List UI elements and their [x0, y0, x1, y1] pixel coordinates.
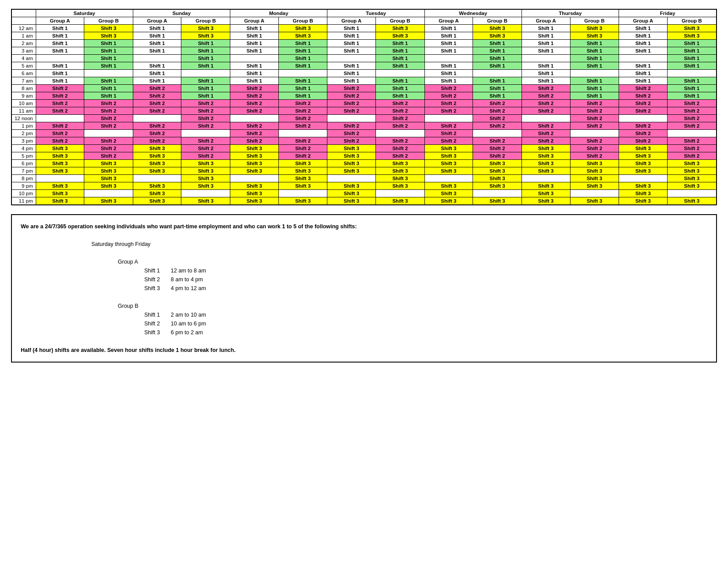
schedule-cell — [667, 130, 717, 137]
schedule-cell — [84, 130, 133, 137]
main-container: Saturday Sunday Monday Tuesday Wednesday… — [11, 9, 717, 363]
schedule-cell — [84, 70, 133, 77]
schedule-cell: Shift 3 — [278, 175, 327, 182]
schedule-cell: Shift 1 — [36, 47, 84, 55]
schedule-cell: Shift 1 — [133, 70, 181, 77]
time-label: 5 am — [11, 62, 36, 70]
schedule-cell: Shift 1 — [570, 47, 619, 55]
schedule-cell: Shift 3 — [376, 175, 425, 182]
schedule-cell: Shift 1 — [522, 40, 570, 47]
info-line1: We are a 24/7/365 operation seeking indi… — [21, 222, 707, 231]
schedule-cell: Shift 1 — [619, 70, 668, 77]
schedule-cell: Shift 1 — [181, 40, 230, 47]
schedule-cell: Shift 3 — [424, 182, 473, 190]
shift-label: Shift 3 — [144, 328, 171, 337]
schedule-cell: Shift 3 — [84, 182, 133, 190]
schedule-cell: Shift 1 — [667, 47, 717, 55]
schedule-cell: Shift 2 — [376, 100, 425, 107]
schedule-cell: Shift 2 — [327, 92, 376, 100]
time-label: 7 pm — [11, 167, 36, 175]
schedule-cell: Shift 2 — [619, 107, 668, 115]
schedule-cell: Shift 3 — [181, 182, 230, 190]
schedule-cell: Shift 3 — [133, 190, 181, 197]
schedule-cell — [424, 175, 473, 182]
schedule-cell: Shift 3 — [424, 197, 473, 205]
schedule-cell: Shift 1 — [570, 77, 619, 85]
schedule-cell: Shift 1 — [376, 92, 425, 100]
schedule-cell: Shift 3 — [181, 32, 230, 40]
schedule-cell: Shift 2 — [181, 145, 230, 152]
schedule-cell: Shift 2 — [133, 107, 181, 115]
mon-groupa: Group A — [230, 17, 279, 25]
schedule-cell: Shift 3 — [36, 167, 84, 175]
schedule-cell: Shift 1 — [36, 32, 84, 40]
schedule-cell — [667, 190, 717, 197]
schedule-cell: Shift 3 — [133, 167, 181, 175]
schedule-cell: Shift 1 — [181, 92, 230, 100]
schedule-cell — [36, 55, 84, 62]
schedule-cell: Shift 3 — [181, 197, 230, 205]
schedule-cell: Shift 1 — [230, 47, 279, 55]
schedule-cell: Shift 1 — [133, 25, 181, 32]
time-label: 2 pm — [11, 130, 36, 137]
schedule-cell: Shift 1 — [327, 47, 376, 55]
schedule-cell: Shift 2 — [376, 107, 425, 115]
schedule-cell: Shift 2 — [230, 137, 279, 145]
schedule-cell: Shift 2 — [84, 115, 133, 122]
schedule-cell: Shift 3 — [327, 152, 376, 160]
schedule-cell: Shift 1 — [278, 77, 327, 85]
info-footer: Half (4 hour) shifts are available. Seve… — [21, 346, 707, 355]
shift-time: 4 pm to 12 am — [171, 284, 206, 293]
schedule-cell: Shift 1 — [473, 55, 522, 62]
schedule-cell: Shift 3 — [424, 160, 473, 167]
schedule-cell — [522, 55, 570, 62]
schedule-cell: Shift 2 — [230, 92, 279, 100]
schedule-cell: Shift 1 — [133, 62, 181, 70]
schedule-cell: Shift 1 — [522, 70, 570, 77]
thu-groupa: Group A — [522, 17, 570, 25]
schedule-cell: Shift 3 — [181, 160, 230, 167]
schedule-cell — [278, 190, 327, 197]
tue-groupb: Group B — [376, 17, 425, 25]
schedule-cell: Shift 2 — [619, 130, 668, 137]
schedule-cell: Shift 2 — [522, 122, 570, 130]
schedule-cell: Shift 3 — [570, 167, 619, 175]
schedule-cell: Shift 1 — [522, 25, 570, 32]
shift-label: Shift 1 — [144, 266, 171, 275]
schedule-cell: Shift 1 — [36, 70, 84, 77]
schedule-cell: Shift 3 — [522, 152, 570, 160]
fri-groupa: Group A — [619, 17, 668, 25]
schedule-cell: Shift 3 — [570, 32, 619, 40]
schedule-cell: Shift 2 — [570, 115, 619, 122]
time-label: 12 noon — [11, 115, 36, 122]
schedule-cell: Shift 1 — [619, 25, 668, 32]
schedule-cell: Shift 3 — [84, 175, 133, 182]
schedule-cell — [181, 190, 230, 197]
schedule-cell: Shift 2 — [473, 122, 522, 130]
schedule-cell: Shift 1 — [230, 25, 279, 32]
schedule-cell: Shift 1 — [667, 77, 717, 85]
schedule-cell: Shift 3 — [473, 197, 522, 205]
schedule-cell: Shift 2 — [278, 145, 327, 152]
schedule-cell: Shift 3 — [619, 160, 668, 167]
schedule-cell: Shift 3 — [36, 160, 84, 167]
time-label: 4 pm — [11, 145, 36, 152]
schedule-cell: Shift 1 — [473, 85, 522, 92]
schedule-cell: Shift 1 — [327, 40, 376, 47]
shift-label: Shift 2 — [144, 319, 171, 328]
schedule-cell: Shift 3 — [36, 197, 84, 205]
schedule-cell — [133, 175, 181, 182]
schedule-cell: Shift 2 — [36, 130, 84, 137]
schedule-cell: Shift 2 — [181, 107, 230, 115]
schedule-cell: Shift 3 — [327, 190, 376, 197]
schedule-cell: Shift 1 — [36, 62, 84, 70]
schedule-cell: Shift 2 — [230, 100, 279, 107]
schedule-cell: Shift 2 — [619, 85, 668, 92]
schedule-cell: Shift 1 — [619, 77, 668, 85]
schedule-cell: Shift 3 — [327, 160, 376, 167]
schedule-cell — [230, 55, 279, 62]
schedule-cell: Shift 2 — [570, 107, 619, 115]
sat-groupb: Group B — [84, 17, 133, 25]
schedule-cell: Shift 2 — [181, 115, 230, 122]
schedule-cell: Shift 3 — [473, 175, 522, 182]
